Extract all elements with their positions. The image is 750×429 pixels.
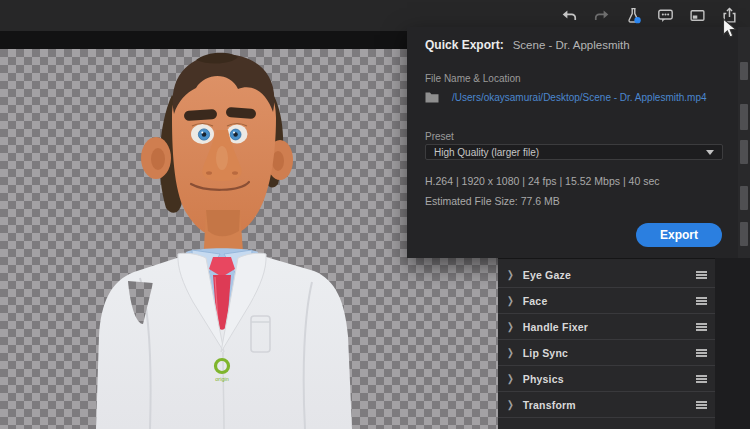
preset-label: Preset	[425, 131, 454, 142]
drag-handle-icon[interactable]	[696, 271, 707, 279]
file-name-location-label: File Name & Location	[425, 73, 521, 84]
behavior-row-transform[interactable]: ❯ Transform	[498, 392, 715, 418]
svg-text:origin: origin	[215, 376, 228, 382]
behavior-row-face[interactable]: ❯ Face	[498, 288, 715, 314]
quick-export-scene-name: Scene - Dr. Applesmith	[513, 39, 630, 51]
scrollbar-thumb[interactable]	[740, 222, 748, 246]
drag-handle-icon[interactable]	[696, 375, 707, 383]
preset-selected-value: High Quality (larger file)	[434, 147, 539, 158]
drag-handle-icon[interactable]	[696, 349, 707, 357]
behaviors-panel: ❯ Eye Gaze ❯ Face ❯ Handle Fixer ❯ Lip S…	[498, 258, 715, 429]
chevron-right-icon: ❯	[507, 373, 514, 384]
redo-icon[interactable]	[593, 7, 610, 24]
quick-export-title: Quick Export:Scene - Dr. Applesmith	[425, 38, 630, 52]
quick-export-panel: Quick Export:Scene - Dr. Applesmith File…	[407, 27, 738, 258]
behavior-label: Lip Sync	[523, 347, 696, 359]
estimated-file-size-text: Estimated File Size: 77.6 MB	[425, 195, 560, 207]
export-file-path-link[interactable]: /Users/okaysamurai/Desktop/Scene - Dr. A…	[452, 92, 707, 103]
behavior-label: Eye Gaze	[523, 269, 696, 281]
folder-icon	[425, 91, 439, 103]
behavior-row-lip-sync[interactable]: ❯ Lip Sync	[498, 340, 715, 366]
right-scrollbar-track[interactable]	[738, 27, 750, 258]
panel-toggle-icon[interactable]	[689, 7, 706, 24]
behavior-row-physics[interactable]: ❯ Physics	[498, 366, 715, 392]
scrollbar-thumb[interactable]	[740, 140, 748, 164]
chevron-right-icon: ❯	[507, 347, 514, 358]
scrollbar-thumb[interactable]	[740, 104, 748, 130]
export-button[interactable]: Export	[636, 223, 722, 247]
behavior-row-handle-fixer[interactable]: ❯ Handle Fixer	[498, 314, 715, 340]
behavior-label: Face	[523, 295, 696, 307]
preset-dropdown[interactable]: High Quality (larger file)	[425, 144, 723, 160]
export-specs-text: H.264 | 1920 x 1080 | 24 fps | 15.52 Mbp…	[425, 175, 659, 187]
app-window: origin	[0, 0, 750, 429]
drag-handle-icon[interactable]	[696, 401, 707, 409]
behaviors-panel-gutter	[715, 258, 750, 429]
scrollbar-thumb[interactable]	[740, 62, 748, 80]
behavior-label: Physics	[523, 373, 696, 385]
behavior-label: Transform	[523, 399, 696, 411]
export-share-icon[interactable]	[721, 7, 738, 24]
scrollbar-thumb[interactable]	[740, 186, 748, 210]
behavior-row-eye-gaze[interactable]: ❯ Eye Gaze	[498, 262, 715, 288]
drag-handle-icon[interactable]	[696, 323, 707, 331]
chevron-right-icon: ❯	[507, 321, 514, 332]
undo-icon[interactable]	[561, 7, 578, 24]
drag-handle-icon[interactable]	[696, 297, 707, 305]
chevron-right-icon: ❯	[507, 269, 514, 280]
chevron-down-icon	[706, 150, 714, 155]
quick-export-title-label: Quick Export:	[425, 38, 504, 52]
chevron-right-icon: ❯	[507, 295, 514, 306]
chevron-right-icon: ❯	[507, 399, 514, 410]
behavior-label: Handle Fixer	[523, 321, 696, 333]
comments-icon[interactable]	[657, 7, 674, 24]
flask-icon[interactable]	[625, 7, 642, 24]
